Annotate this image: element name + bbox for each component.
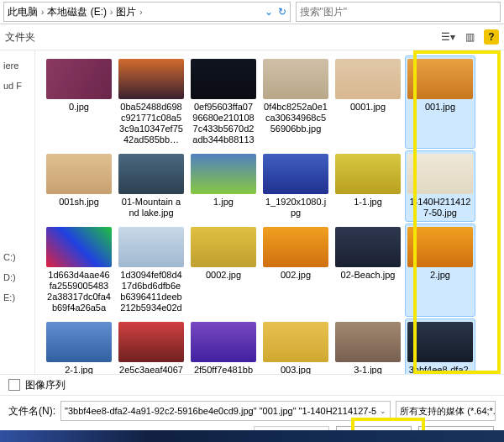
file-name-label: 002.jpg — [281, 270, 311, 281]
file-thumb[interactable]: 0001.jpg — [333, 55, 403, 149]
file-name-label: 003.jpg — [281, 365, 311, 374]
filename-input[interactable]: "3bbf4ee8-dfa2-4a91-92c2-5916be4e0cd9.jp… — [60, 401, 391, 421]
file-name-label: 1-140H2114127-50.jpg — [408, 197, 472, 218]
thumbnail-image — [191, 322, 256, 362]
file-thumb[interactable]: 1_1920x1080.jpg — [260, 150, 331, 222]
file-thumb[interactable]: 1.jpg — [188, 150, 259, 222]
file-thumb[interactable]: 02-Beach.jpg — [333, 224, 403, 317]
chevron-right-icon: › — [139, 8, 142, 17]
thumbnail-image — [191, 154, 256, 194]
search-input[interactable]: 搜索"图片" — [296, 2, 501, 22]
thumbnail-image — [263, 154, 328, 194]
sidebar-item[interactable]: ud F — [2, 76, 33, 96]
file-thumb[interactable]: 1d3094fef08d417d6bd6dfb6eb6396411deeb212… — [116, 224, 186, 317]
sidebar-item[interactable]: E:) — [2, 287, 33, 308]
thumbnail-image — [407, 322, 473, 362]
file-name-label: 1d3094fef08d417d6bd6dfb6eb6396411deeb212… — [119, 270, 183, 313]
refresh-icon[interactable]: ↻ — [278, 6, 286, 18]
file-thumb[interactable]: 003.jpg — [260, 318, 331, 374]
image-sequence-row: 图像序列 — [0, 374, 504, 395]
file-thumb[interactable]: 3bbf4ee8-dfa2-4a91-92c2-5916be4e0cd9.jpg — [405, 318, 475, 374]
breadcrumb-item[interactable]: 图片 — [116, 5, 136, 19]
file-name-label: 3-1.jpg — [354, 365, 382, 374]
thumbnail-image — [407, 59, 473, 99]
filename-row: 文件名(N): "3bbf4ee8-dfa2-4a91-92c2-5916be4… — [8, 401, 496, 421]
file-name-label: 1d663d4aae46fa25590054832a38317dc0fa4b69… — [47, 270, 111, 313]
file-name-label: 3bbf4ee8-dfa2-4a91-92c2-5916be4e0cd9.jpg — [408, 365, 472, 374]
toolbar-label[interactable]: 文件夹 — [5, 30, 35, 45]
view-details-icon[interactable]: ▥ — [462, 29, 477, 45]
file-thumb[interactable]: 0002.jpg — [188, 224, 259, 317]
filter-value: 所有支持的媒体 (*.64;*.3G2;* — [400, 405, 496, 418]
file-thumb[interactable]: 2e5c3aeaf4067a20e916c8d2a548eee6bb979732… — [116, 318, 186, 374]
thumbnail-image — [46, 59, 112, 99]
view-options-icon[interactable]: ☰▾ — [440, 29, 455, 45]
image-sequence-checkbox[interactable] — [8, 379, 20, 391]
file-thumb[interactable]: 001sh.jpg — [44, 150, 114, 222]
file-name-label: 2.jpg — [430, 270, 450, 281]
chevron-right-icon: › — [41, 8, 44, 17]
thumbnail-image — [46, 322, 112, 362]
filename-label: 文件名(N): — [8, 404, 55, 418]
file-thumb[interactable]: 1-140H2114127-50.jpg — [405, 150, 475, 222]
thumbnail-image — [118, 322, 184, 362]
thumbnail-image — [335, 59, 401, 99]
thumbnail-image — [263, 322, 328, 362]
sidebar: iere ud F C:) D:) E:) — [0, 50, 35, 374]
file-thumb[interactable]: 0ef95603ffa0796680e2101087c433b5670d2adb… — [188, 55, 259, 149]
file-name-label: 1_1920x1080.jpg — [264, 197, 328, 218]
dropdown-icon[interactable]: ⌄ — [265, 6, 273, 18]
file-name-label: 2-1.jpg — [65, 365, 93, 374]
thumbnail-image — [263, 227, 328, 267]
dialog-body: iere ud F C:) D:) E:) 0.jpg0ba52488d698c… — [0, 50, 504, 374]
file-name-label: 2f50ff7e481bbba59ed6d53fcfb58b6860d3d7a6… — [192, 365, 255, 374]
file-thumb[interactable]: 0.jpg — [44, 55, 114, 149]
file-thumb[interactable]: 2f50ff7e481bbba59ed6d53fcfb58b6860d3d7a6… — [188, 318, 259, 374]
chevron-down-icon[interactable]: ⌄ — [380, 407, 386, 415]
file-thumb[interactable]: 01-Mountain and lake.jpg — [116, 150, 186, 222]
sidebar-item[interactable]: D:) — [2, 267, 33, 287]
file-name-label: 0.jpg — [69, 102, 89, 113]
file-name-label: 0001.jpg — [350, 102, 386, 113]
file-thumb[interactable]: 002.jpg — [260, 224, 331, 317]
thumbnail-image — [407, 227, 473, 267]
file-name-label: 1-1.jpg — [354, 197, 382, 208]
file-thumb[interactable]: 0f4bc8252a0e1ca30634968c556906bb.jpg — [260, 55, 331, 149]
app-timeline-strip — [0, 430, 504, 442]
file-grid[interactable]: 0.jpg0ba52488d698c921771c08a53c9a10347ef… — [35, 50, 504, 374]
breadcrumb-item[interactable]: 本地磁盘 (E:) — [47, 5, 107, 19]
chevron-right-icon: › — [110, 8, 113, 17]
thumbnail-image — [46, 227, 112, 267]
thumbnail-image — [118, 227, 184, 267]
thumbnail-image — [118, 154, 184, 194]
file-name-label: 2e5c3aeaf4067a20e916c8d2a548eee6bb979732… — [119, 365, 183, 374]
file-thumb[interactable]: 2-1.jpg — [44, 318, 114, 374]
file-name-label: 0f4bc8252a0e1ca30634968c556906bb.jpg — [264, 102, 328, 134]
thumbnail-image — [191, 227, 256, 267]
file-thumb[interactable]: 3-1.jpg — [333, 318, 403, 374]
file-thumb[interactable]: 1d663d4aae46fa25590054832a38317dc0fa4b69… — [44, 224, 114, 317]
filetype-filter[interactable]: 所有支持的媒体 (*.64;*.3G2;* ⌄ — [396, 401, 496, 421]
file-name-label: 001sh.jpg — [59, 197, 99, 208]
thumbnail-image — [191, 59, 256, 99]
thumbnail-image — [335, 227, 401, 267]
file-thumb[interactable]: 1-1.jpg — [333, 150, 403, 222]
sidebar-item[interactable]: C:) — [2, 247, 33, 267]
sidebar-item[interactable]: iere — [2, 55, 33, 76]
thumbnail-image — [46, 154, 112, 194]
file-thumb[interactable]: 0ba52488d698c921771c08a53c9a10347ef7542a… — [116, 55, 186, 149]
address-bar-row: 此电脑 › 本地磁盘 (E:) › 图片 › ⌄ ↻ 搜索"图片" — [0, 0, 504, 24]
file-thumb[interactable]: 2.jpg — [405, 224, 475, 317]
file-name-label: 0002.jpg — [206, 270, 241, 281]
file-name-label: 01-Mountain and lake.jpg — [119, 197, 183, 218]
image-sequence-label: 图像序列 — [25, 378, 66, 392]
thumbnail-image — [263, 59, 328, 99]
thumbnail-image — [407, 154, 473, 194]
file-thumb[interactable]: 001.jpg — [405, 55, 475, 149]
toolbar: 文件夹 ☰▾ ▥ ? — [0, 24, 504, 50]
breadcrumb-item[interactable]: 此电脑 — [8, 5, 38, 19]
breadcrumb[interactable]: 此电脑 › 本地磁盘 (E:) › 图片 › ⌄ ↻ — [3, 2, 291, 22]
thumbnail-image — [335, 322, 401, 362]
filename-value: "3bbf4ee8-dfa2-4a91-92c2-5916be4e0cd9.jp… — [65, 406, 376, 416]
help-icon[interactable]: ? — [484, 29, 499, 45]
